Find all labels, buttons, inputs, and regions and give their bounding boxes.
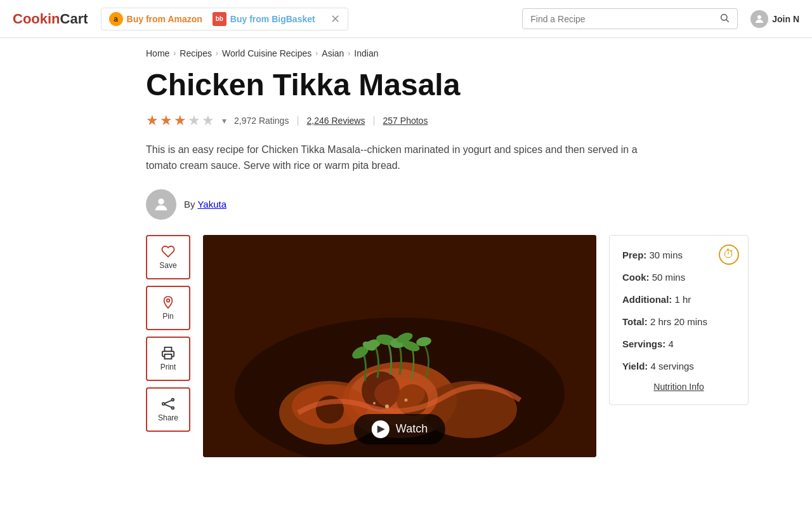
recipe-description: This is an easy recipe for Chicken Tikka…: [146, 142, 666, 174]
header: CookinCart a Buy from Amazon bb Buy from…: [0, 0, 812, 38]
svg-line-10: [165, 404, 172, 408]
servings-label: Servings:: [622, 338, 665, 349]
svg-point-31: [405, 398, 408, 401]
breadcrumb-sep-3: ›: [315, 49, 318, 58]
buy-bigbasket-link[interactable]: bb Buy from BigBasket: [213, 12, 315, 26]
search-button[interactable]: [719, 13, 730, 25]
breadcrumb-world-cuisine[interactable]: World Cuisine Recipes: [222, 48, 311, 58]
svg-line-9: [165, 400, 172, 403]
total-value: 2 hrs 20 mins: [650, 316, 707, 327]
svg-point-8: [172, 407, 174, 410]
watch-button[interactable]: Watch: [354, 414, 445, 444]
info-box: ⏱ Prep: 30 mins Cook: 50 mins Additional…: [609, 235, 749, 405]
breadcrumb-recipes[interactable]: Recipes: [180, 48, 212, 58]
total-label: Total:: [622, 316, 648, 327]
buy-amazon-label: Buy from Amazon: [127, 14, 202, 24]
yield-value: 4 servings: [650, 361, 693, 371]
prep-value: 30 mins: [650, 250, 683, 260]
search-input[interactable]: [530, 14, 719, 24]
bigbasket-icon: bb: [213, 12, 226, 26]
main-content: Chicken Tikka Masala ★ ★ ★ ★ ★ ▾ 2,972 R…: [0, 69, 812, 457]
cook-label: Cook:: [622, 272, 650, 283]
buy-bar: a Buy from Amazon bb Buy from BigBasket …: [101, 8, 348, 30]
save-button[interactable]: Save: [146, 235, 190, 279]
divider-2: |: [372, 115, 375, 126]
prep-label: Prep:: [622, 250, 646, 260]
heart-icon: [161, 244, 175, 258]
timer-icon: ⏱: [719, 244, 739, 265]
yield-label: Yield:: [622, 361, 648, 371]
pin-button[interactable]: Pin: [146, 286, 190, 330]
additional-row: Additional: 1 hr: [622, 293, 735, 306]
additional-label: Additional:: [622, 294, 672, 305]
buy-bigbasket-label: Buy from BigBasket: [230, 14, 315, 24]
share-label: Share: [158, 413, 178, 422]
rating-row: ★ ★ ★ ★ ★ ▾ 2,972 Ratings | 2,246 Review…: [146, 112, 666, 129]
svg-point-29: [374, 378, 425, 410]
cook-value: 50 mins: [652, 272, 686, 283]
action-buttons: Save Pin Print: [146, 235, 190, 432]
author-link[interactable]: Yakuta: [197, 199, 226, 210]
buy-amazon-link[interactable]: a Buy from Amazon: [109, 12, 202, 26]
save-label: Save: [159, 261, 176, 270]
star-2: ★: [160, 112, 173, 129]
share-button[interactable]: Share: [146, 387, 190, 432]
svg-point-0: [721, 15, 727, 20]
svg-point-30: [385, 404, 389, 408]
star-3: ★: [174, 112, 187, 129]
svg-rect-5: [165, 354, 172, 359]
close-buy-bar-button[interactable]: ✕: [331, 12, 340, 26]
star-dropdown-button[interactable]: ▾: [222, 116, 226, 126]
share-icon: [161, 397, 175, 411]
recipe-image: Watch: [203, 235, 596, 457]
site-logo[interactable]: CookinCart: [13, 11, 88, 27]
cook-row: Cook: 50 mins: [622, 271, 735, 284]
print-icon: [161, 346, 175, 360]
star-4: ★: [188, 112, 200, 129]
print-label: Print: [160, 363, 176, 371]
star-5: ★: [202, 112, 214, 129]
ratings-count: 2,972 Ratings: [234, 116, 289, 126]
breadcrumb-asian[interactable]: Asian: [322, 48, 344, 58]
user-avatar-icon: [750, 10, 768, 28]
nutrition-info-link[interactable]: Nutrition Info: [622, 382, 735, 392]
svg-point-7: [172, 399, 174, 401]
breadcrumb-indian[interactable]: Indian: [354, 48, 378, 58]
total-row: Total: 2 hrs 20 mins: [622, 315, 735, 328]
author-by: By: [184, 199, 195, 210]
svg-point-4: [167, 299, 170, 302]
amazon-icon: a: [109, 12, 123, 26]
search-icon: [719, 13, 730, 23]
svg-point-3: [158, 199, 164, 204]
yield-row: Yield: 4 servings: [622, 359, 735, 373]
additional-value: 1 hr: [675, 294, 691, 305]
breadcrumb-home[interactable]: Home: [146, 48, 169, 58]
breadcrumb: Home › Recipes › World Cuisine Recipes ›…: [0, 38, 812, 69]
recipe-title: Chicken Tikka Masala: [146, 69, 666, 102]
star-1: ★: [146, 112, 159, 129]
svg-point-2: [757, 15, 761, 19]
breadcrumb-sep-4: ›: [348, 49, 350, 58]
breadcrumb-sep-2: ›: [216, 49, 218, 58]
servings-value: 4: [669, 338, 674, 349]
search-bar: [522, 8, 738, 29]
pin-icon: [161, 295, 175, 309]
divider-1: |: [296, 115, 299, 126]
breadcrumb-sep-1: ›: [173, 49, 176, 58]
star-rating: ★ ★ ★ ★ ★: [146, 112, 214, 129]
reviews-link[interactable]: 2,246 Reviews: [307, 116, 365, 126]
author-avatar: [146, 189, 176, 220]
print-button[interactable]: Print: [146, 337, 190, 381]
join-button[interactable]: Join N: [750, 10, 799, 28]
pin-label: Pin: [162, 312, 173, 321]
play-icon: [372, 420, 390, 438]
photos-link[interactable]: 257 Photos: [383, 116, 428, 126]
watch-label: Watch: [396, 422, 428, 436]
author-row: By Yakuta: [146, 189, 666, 220]
author-name: By Yakuta: [184, 199, 226, 210]
join-label: Join N: [772, 14, 799, 24]
svg-point-6: [162, 403, 165, 405]
svg-point-32: [373, 402, 376, 404]
servings-row: Servings: 4: [622, 337, 735, 351]
svg-line-1: [726, 20, 729, 22]
